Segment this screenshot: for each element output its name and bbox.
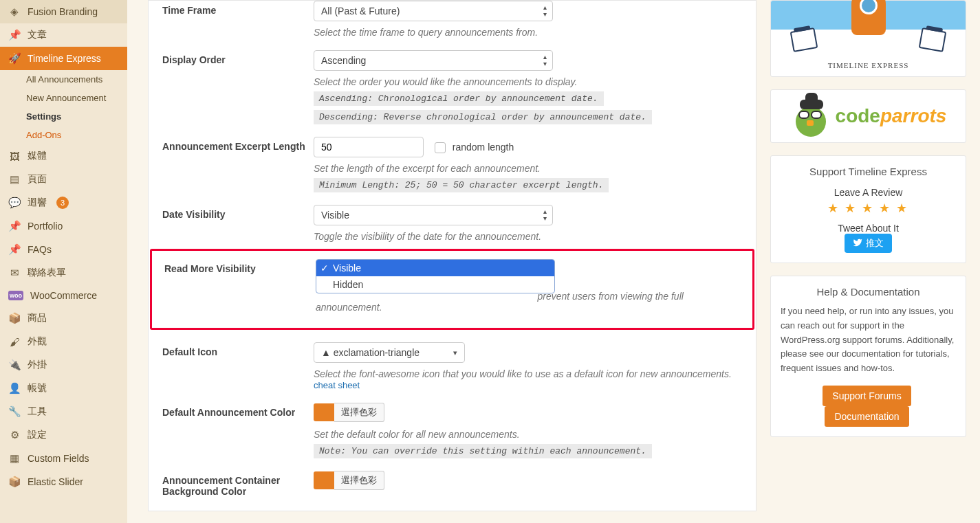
calendar-icon xyxy=(790,27,818,52)
link-cheat-sheet[interactable]: cheat sheet xyxy=(314,380,360,390)
sidebar-item-9[interactable]: wooWooCommerce xyxy=(0,285,127,307)
rocket-label: TIMELINE EXPRESS xyxy=(771,61,966,69)
sidebar-item-8[interactable]: ✉聯絡表單 xyxy=(0,261,127,285)
sidebar-label: 媒體 xyxy=(28,150,47,162)
help-default-icon: Select the font-awesome icon that you wo… xyxy=(314,368,742,390)
field-excerpt-length: Announcement Excerpt Length random lengt… xyxy=(162,124,742,192)
sidebar-label: 迴響 xyxy=(28,197,47,209)
color-swatch-icon xyxy=(314,471,334,489)
select-default-icon[interactable]: ▲ exclamation-triangle ▾ xyxy=(314,342,465,363)
field-container-bg: Announcement Container Background Color … xyxy=(162,458,742,497)
color-picker-container-bg[interactable]: 選擇色彩 xyxy=(314,471,384,490)
color-picker-default[interactable]: 選擇色彩 xyxy=(314,403,384,422)
settings-panel: Time Frame All (Past & Future) ▴▾ Select… xyxy=(148,0,756,511)
grid-icon: ▦ xyxy=(8,452,21,465)
pin-icon: 📌 xyxy=(8,29,21,41)
fusion-icon: ◈ xyxy=(8,5,21,18)
admin-sidebar: ◈Fusion Branding📌文章🚀Timeline ExpressAll … xyxy=(0,0,127,523)
sidebar-item-10[interactable]: 📦商品 xyxy=(0,307,127,330)
dropdown-list: Visible Hidden xyxy=(316,259,555,293)
sidebar-label: 設定 xyxy=(28,429,47,441)
chevron-updown-icon: ▴▾ xyxy=(543,208,547,222)
documentation-button[interactable]: Documentation xyxy=(825,406,908,427)
sidebar-item-3[interactable]: 🖼媒體 xyxy=(0,144,127,168)
sidebar-item-6[interactable]: 📌Portfolio xyxy=(0,214,127,238)
sidebar-item-16[interactable]: ▦Custom Fields xyxy=(0,447,127,470)
sidebar-label: 外觀 xyxy=(28,335,47,348)
label-default-color: Default Announcement Color xyxy=(162,403,314,458)
code-excerpt-length: Minimum Length: 25; 50 = 50 character ex… xyxy=(314,178,609,192)
sidebar-label: Timeline Express xyxy=(28,53,101,64)
sidebar-sub-0[interactable]: All Announcements xyxy=(0,70,127,89)
dropdown-option-hidden[interactable]: Hidden xyxy=(316,276,554,293)
select-display-order[interactable]: Ascending ▴▾ xyxy=(314,50,553,71)
badge: 3 xyxy=(56,197,69,209)
support-forums-button[interactable]: Support Forums xyxy=(823,386,911,406)
rocket-icon xyxy=(851,0,886,35)
sidebar-label: 商品 xyxy=(28,312,47,324)
sidebar-item-13[interactable]: 👤帳號 xyxy=(0,377,127,400)
label-time-frame: Time Frame xyxy=(162,1,314,38)
pin-icon: 📌 xyxy=(8,220,21,232)
support-title: Support Timeline Express xyxy=(781,166,956,177)
highlight-read-more: Read More Visibility Visible Hidden Togg… xyxy=(150,249,754,330)
docs-text: If you need help, or run into any issues… xyxy=(781,304,956,376)
card-codeparrots[interactable]: codeparrots xyxy=(770,89,966,143)
star-rating[interactable]: ★ ★ ★ ★ ★ xyxy=(781,201,956,216)
sidebar-item-14[interactable]: 🔧工具 xyxy=(0,400,127,423)
sidebar-item-1[interactable]: 📌文章 xyxy=(0,23,127,47)
sidebar-item-5[interactable]: 💬迴響3 xyxy=(0,191,127,214)
sidebar-sub-1[interactable]: New Announcement xyxy=(0,89,127,107)
label-display-order: Display Order xyxy=(162,50,314,124)
help-display-order: Select the order you would like the anno… xyxy=(314,76,742,87)
select-read-more-open[interactable]: Visible Hidden xyxy=(316,259,555,285)
tweet-button[interactable]: 推文 xyxy=(845,234,892,253)
color-swatch-icon xyxy=(314,403,334,421)
sidebar-label: 帳號 xyxy=(28,382,47,394)
select-time-frame[interactable]: All (Past & Future) ▴▾ xyxy=(314,1,553,21)
media-icon: 🖼 xyxy=(8,150,21,162)
exclamation-triangle-icon: ▲ xyxy=(321,347,331,358)
sidebar-item-0[interactable]: ◈Fusion Branding xyxy=(0,0,127,23)
checkbox-random-length[interactable] xyxy=(435,142,446,153)
help-time-frame: Select the time frame to query announcem… xyxy=(314,27,742,38)
sidebar-item-4[interactable]: ▤頁面 xyxy=(0,168,127,191)
main-area: Time Frame All (Past & Future) ▴▾ Select… xyxy=(127,0,980,523)
select-time-frame-value: All (Past & Future) xyxy=(321,5,400,16)
sidebar-label: 文章 xyxy=(28,29,47,41)
select-date-visibility-value: Visible xyxy=(321,210,349,221)
cube-icon: 📦 xyxy=(8,312,21,324)
sidebar-label: 工具 xyxy=(28,405,47,418)
chevron-updown-icon: ▴▾ xyxy=(543,54,547,67)
sidebar-item-7[interactable]: 📌FAQs xyxy=(0,238,127,261)
dropdown-option-visible[interactable]: Visible xyxy=(316,260,554,276)
comment-icon: 💬 xyxy=(8,197,21,209)
label-excerpt-length: Announcement Excerpt Length xyxy=(162,137,314,192)
label-default-icon: Default Icon xyxy=(162,342,314,390)
user-icon: 👤 xyxy=(8,382,21,394)
sidebar-item-12[interactable]: 🔌外掛 xyxy=(0,353,127,377)
field-time-frame: Time Frame All (Past & Future) ▴▾ Select… xyxy=(162,1,742,38)
card-help-docs: Help & Documentation If you need help, o… xyxy=(770,276,966,437)
rocket-illustration xyxy=(771,1,966,49)
wrench-icon: 🔧 xyxy=(8,405,21,418)
sidebar-item-11[interactable]: 🖌外觀 xyxy=(0,330,127,353)
input-excerpt-length[interactable] xyxy=(314,137,424,157)
label-random-length: random length xyxy=(453,142,514,153)
chevron-updown-icon: ▴▾ xyxy=(543,4,547,18)
help-default-color: Set the default color for all new announ… xyxy=(314,429,742,440)
sidebar-item-17[interactable]: 📦Elastic Slider xyxy=(0,470,127,493)
sidebar-item-2[interactable]: 🚀Timeline Express xyxy=(0,47,127,70)
select-date-visibility[interactable]: Visible ▴▾ xyxy=(314,205,553,225)
cube-icon: 📦 xyxy=(8,476,21,488)
sidebar-label: WooCommerce xyxy=(30,290,97,301)
field-default-color: Default Announcement Color 選擇色彩 Set the … xyxy=(162,390,742,458)
sidebar-sub-3[interactable]: Add-Ons xyxy=(0,126,127,144)
sidebar-sub-2[interactable]: Settings xyxy=(0,107,127,126)
right-column: TIMELINE EXPRESS codeparrots Support Tim… xyxy=(770,0,966,511)
sidebar-item-15[interactable]: ⚙設定 xyxy=(0,423,127,447)
sidebar-label: 聯絡表單 xyxy=(28,267,66,279)
review-label: Leave A Review xyxy=(781,187,956,198)
parrot-icon xyxy=(790,96,831,137)
code-desc: Descending: Reverse chronological order … xyxy=(314,110,652,124)
